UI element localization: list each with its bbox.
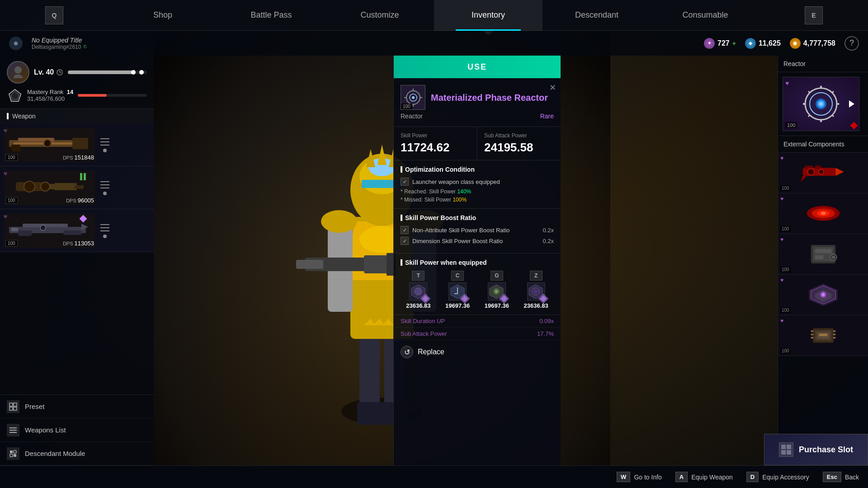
- svg-marker-94: [835, 168, 844, 176]
- ext-component-item[interactable]: ♥ 100: [778, 275, 868, 315]
- reactor-preview[interactable]: ♥: [778, 72, 868, 136]
- nav-item-shop[interactable]: Shop: [108, 0, 217, 31]
- ext-item-art: [801, 280, 846, 310]
- svg-rect-108: [815, 255, 823, 259]
- replace-row[interactable]: ↺ Replace: [394, 340, 561, 364]
- mastery-xp-bar: [78, 94, 147, 97]
- skill-value-t: 23636.83: [406, 302, 430, 309]
- ext-item-art: [801, 321, 846, 350]
- svg-rect-58: [9, 432, 17, 433]
- nav-item-consumable[interactable]: Consumable: [651, 0, 760, 31]
- item-name: Materialized Phase Reactor: [431, 92, 548, 103]
- skill-icon-c: [448, 282, 467, 300]
- ext-level-badge: 100: [780, 348, 791, 354]
- bonus-label-2: Sub Attack Power: [401, 330, 447, 337]
- svg-rect-119: [811, 330, 813, 332]
- skill-cell-z: Z 23636.83: [518, 271, 554, 309]
- reactor-art: [803, 86, 839, 122]
- ext-art-4: [801, 280, 846, 310]
- weapon-item[interactable]: ♥ 100 DPS 113053: [0, 209, 154, 252]
- svg-rect-48: [63, 230, 81, 235]
- missed-text: * Missed: Skill Power 100%: [401, 197, 554, 203]
- info-panel-scroll[interactable]: ✕ 100 Materialized Phase Reactor: [394, 78, 561, 465]
- weapons-list-button[interactable]: Weapons List: [0, 418, 154, 442]
- mastery-info: Mastery Rank 14 31,458/76,600: [27, 89, 73, 102]
- bottom-action-d: D Equip Accessory: [746, 472, 809, 482]
- ext-art-1: [801, 158, 846, 188]
- skill-value-z: 23636.83: [524, 302, 548, 309]
- section-divider: [7, 113, 9, 119]
- weapon-dps: DPS 96005: [66, 197, 94, 204]
- nav-item-inventory[interactable]: Inventory: [434, 0, 542, 31]
- avatar: [7, 61, 29, 84]
- ext-component-item[interactable]: ♥ 100: [778, 315, 868, 356]
- upgrade-bars: [80, 173, 86, 180]
- svg-rect-61: [10, 454, 13, 457]
- sub-attack-label: Sub Attack Power: [484, 132, 554, 139]
- purchase-slot-button[interactable]: Purchase Slot: [764, 434, 868, 465]
- nav-item-q[interactable]: Q: [0, 0, 108, 31]
- svg-rect-53: [14, 403, 17, 406]
- svg-rect-57: [9, 430, 17, 431]
- mastery-label: Mastery Rank 14: [27, 89, 73, 95]
- svg-rect-47: [18, 230, 32, 236]
- weapon-level-badge: 100: [5, 197, 18, 204]
- reactor-icon-box: 100: [401, 85, 425, 110]
- weapon-item[interactable]: ♥ 100 DPS 151848: [0, 123, 154, 166]
- bonus-value-1: 0.09x: [539, 318, 554, 324]
- svg-rect-60: [14, 450, 16, 453]
- svg-line-86: [808, 115, 810, 117]
- checkmark-icon: ✓: [401, 178, 409, 186]
- currency-akoin: ✦ 727 +: [704, 38, 736, 49]
- checkmark-icon: ✓: [401, 237, 409, 245]
- ext-component-item[interactable]: ♥ 100: [778, 234, 868, 275]
- nav-item-customize[interactable]: Customize: [326, 0, 434, 31]
- user-info: No Equipped Title Deltiasgaming#2610 ©: [32, 37, 87, 50]
- skill-grid: T 23636.83 C: [401, 271, 554, 309]
- mastery-xp-fill: [78, 94, 106, 97]
- svg-point-98: [819, 169, 824, 174]
- ext-item-art: [801, 158, 846, 188]
- mastery-xp: 31,458/76,600: [27, 95, 73, 102]
- mastery-row: Mastery Rank 14 31,458/76,600: [7, 87, 147, 103]
- boost-value-1: 0.2x: [542, 227, 554, 234]
- weapon-menu-icon[interactable]: [99, 137, 111, 147]
- level-row: Lv. 40: [7, 61, 147, 84]
- weapon-menu-icon[interactable]: [99, 180, 111, 190]
- preset-button[interactable]: Preset: [0, 395, 154, 418]
- skill-key-c: C: [451, 271, 464, 281]
- svg-rect-50: [11, 228, 18, 231]
- skill-value-c: 19697.36: [445, 302, 470, 309]
- nav-item-e[interactable]: E: [760, 0, 868, 31]
- svg-point-38: [44, 140, 51, 147]
- caliber-icon: ◈: [745, 38, 756, 49]
- gold-icon: ◉: [790, 38, 801, 49]
- ext-item-art: [801, 199, 846, 228]
- xp-dot: [131, 70, 136, 75]
- use-button[interactable]: Use: [394, 56, 561, 78]
- sub-attack-value: 24195.58: [484, 141, 554, 155]
- weapon-menu-icon[interactable]: [99, 223, 111, 233]
- svg-line-87: [808, 91, 810, 93]
- svg-rect-96: [815, 166, 821, 169]
- svg-rect-124: [833, 337, 835, 339]
- help-button[interactable]: ?: [844, 36, 859, 51]
- svg-rect-107: [815, 249, 831, 253]
- ext-component-item[interactable]: ♥ 100: [778, 153, 868, 193]
- ext-component-item[interactable]: ♥ 100: [778, 193, 868, 234]
- boost-section: Skill Power Boost Ratio ✓ Non-Attribute …: [394, 209, 561, 253]
- svg-point-116: [821, 293, 825, 296]
- svg-rect-55: [14, 407, 17, 410]
- item-header: ✕ 100 Materialized Phase Reactor: [394, 78, 561, 127]
- nav-item-descendant[interactable]: Descendant: [542, 0, 651, 31]
- close-button[interactable]: ✕: [549, 83, 556, 93]
- weapon-level-badge: 100: [5, 154, 18, 161]
- favorite-icon: ♥: [780, 277, 783, 283]
- nav-item-battlepass[interactable]: Battle Pass: [217, 0, 326, 31]
- skill-key-t: T: [412, 271, 425, 281]
- svg-rect-3: [357, 402, 382, 425]
- descendant-module-button[interactable]: Descendant Module: [0, 442, 154, 465]
- bonus-label-1: Skill Duration UP: [401, 318, 445, 324]
- svg-point-49: [40, 225, 46, 230]
- weapon-item[interactable]: ♥ 100 DPS 96005: [0, 166, 154, 209]
